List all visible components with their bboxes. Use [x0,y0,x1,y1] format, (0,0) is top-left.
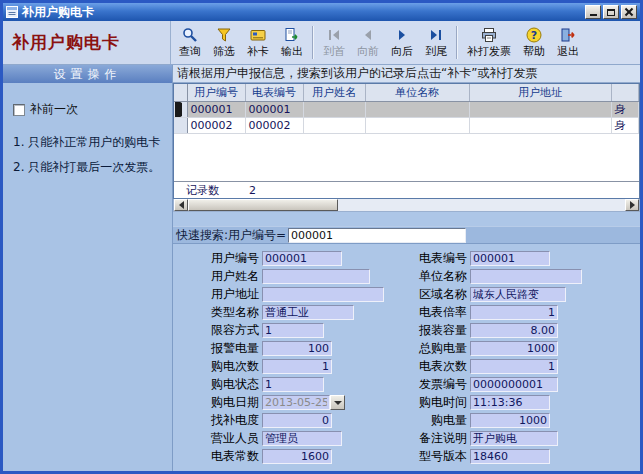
field-label: 找补电度 [185,412,259,429]
total-purchase-field[interactable] [470,341,558,356]
meter-times-field[interactable] [470,359,558,374]
grid-row-selected[interactable]: 000001 000001 身 [174,101,639,117]
header-band: 补用户购电卡 查询 筛选 补卡 输出 到首 [3,21,640,65]
app-title-panel: 补用户购电卡 [3,21,171,64]
app-icon [6,6,18,18]
previous-record-icon [360,27,376,43]
scroll-left-button[interactable] [174,199,188,211]
field-label: 购电时间 [391,394,467,411]
field-label: 区域名称 [391,286,467,303]
purchase-date-field[interactable] [262,395,330,410]
grid-horizontal-scrollbar[interactable] [173,199,640,212]
notice-bar: 请根据用户申报信息，搜索到该用户的记录后点击“补卡”或补打发票 [173,65,640,83]
grid-row[interactable]: 000002 000002 身 [174,117,639,133]
search-icon [182,27,198,43]
alarm-power-field[interactable] [262,341,332,356]
operator-field[interactable] [262,431,342,446]
capacity-limit-field[interactable] [262,323,324,338]
previous-record-button: 向前 [351,22,385,63]
remark-field[interactable] [470,431,558,446]
minimize-icon [590,14,597,16]
field-label: 用户地址 [185,286,259,303]
col-header-user-address: 用户地址 [469,84,611,101]
sidebar-note-1: 1. 只能补正常用户的购电卡 [13,135,164,149]
type-name-field[interactable] [262,305,354,320]
record-count-label: 记录数 [186,183,219,198]
installed-capacity-field[interactable] [470,323,558,338]
field-label: 购电量 [391,412,467,429]
minimize-button[interactable] [585,5,601,19]
field-label: 购电状态 [185,376,259,393]
meter-id-field[interactable] [470,251,550,266]
scroll-right-button[interactable] [625,199,639,211]
filter-icon [216,27,232,43]
scrollbar-thumb[interactable] [188,199,338,211]
maximize-icon [607,9,615,16]
scroll-right-icon [630,201,635,209]
field-label: 购电次数 [185,358,259,375]
filter-button[interactable]: 筛选 [207,22,241,63]
replenish-previous-checkbox-row[interactable]: 补前一次 [13,101,164,118]
user-name-field[interactable] [262,269,370,284]
spacer [173,212,640,226]
model-version-field[interactable] [470,449,550,464]
next-record-button[interactable]: 向后 [385,22,419,63]
page-title: 补用户购电卡 [12,31,120,54]
purchase-amount-field[interactable] [470,413,550,428]
purchase-time-field[interactable] [470,395,550,410]
first-record-button: 到首 [317,22,351,63]
reprint-invoice-icon [481,27,497,43]
user-address-field[interactable] [262,287,384,302]
purchase-date-combo [262,395,345,410]
export-button[interactable]: 输出 [275,22,309,63]
purchase-count-field[interactable] [262,359,332,374]
exit-button[interactable]: 退出 [551,22,585,63]
reissue-card-button[interactable]: 补卡 [241,22,275,63]
reprint-invoice-button[interactable]: 补打发票 [461,22,517,63]
next-record-icon [394,27,410,43]
col-header-unit-name: 单位名称 [365,84,469,101]
toolbar-separator [456,26,458,59]
help-button[interactable]: ? 帮助 [517,22,551,63]
field-label: 电表编号 [391,250,467,267]
last-record-icon [428,27,444,43]
field-label: 电表倍率 [391,304,467,321]
quick-search-bar: 快速搜索:用户编号= [173,226,640,244]
maximize-button[interactable] [603,5,619,19]
field-label: 型号版本 [391,448,467,465]
user-id-field[interactable] [262,251,342,266]
record-count-value: 2 [249,184,256,197]
field-label: 电表次数 [391,358,467,375]
first-record-icon [326,27,342,43]
meter-constant-field[interactable] [262,449,332,464]
close-button[interactable] [621,5,637,19]
exit-icon [560,27,576,43]
field-label: 购电日期 [185,394,259,411]
checkbox-label: 补前一次 [30,101,78,118]
meter-ratio-field[interactable] [470,305,558,320]
title-bar[interactable]: 补用户购电卡 [3,3,640,21]
field-label: 用户姓名 [185,268,259,285]
date-dropdown-button[interactable] [330,395,345,410]
user-grid: 用户编号 电表编号 用户姓名 单位名称 用户地址 000001 000001 [173,83,640,199]
close-icon [625,8,633,16]
quick-search-input[interactable] [288,228,466,243]
purchase-status-field[interactable] [262,377,324,392]
export-icon [284,27,300,43]
col-header-user-id: 用户编号 [187,84,245,101]
query-button[interactable]: 查询 [173,22,207,63]
area-name-field[interactable] [470,287,566,302]
field-label: 电表常数 [185,448,259,465]
last-record-button[interactable]: 到尾 [419,22,453,63]
current-row-marker-icon [175,101,182,117]
field-label: 发票编号 [391,376,467,393]
window-title: 补用户购电卡 [22,3,581,21]
checkbox-icon[interactable] [13,104,25,116]
compensation-power-field[interactable] [262,413,332,428]
svg-text:?: ? [531,29,537,42]
invoice-number-field[interactable] [470,377,558,392]
unit-name-field[interactable] [470,269,582,284]
sidebar-note-2: 2. 只能补打最后一次发票。 [13,160,164,174]
scrollbar-track[interactable] [188,199,625,211]
app-window: 补用户购电卡 补用户购电卡 查询 筛选 补卡 [0,0,643,474]
